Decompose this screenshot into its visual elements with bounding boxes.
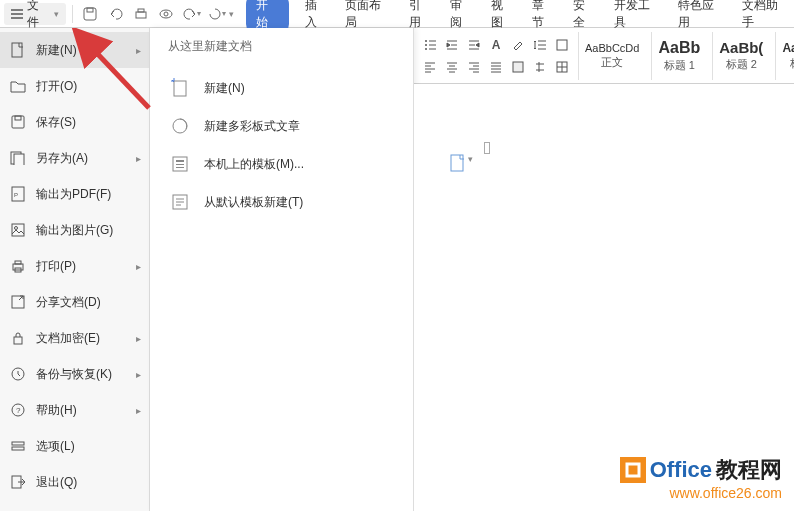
align-right-icon[interactable] xyxy=(464,57,484,77)
submenu-new-color[interactable]: 新建多彩板式文章 xyxy=(164,107,399,145)
svg-point-4 xyxy=(160,10,172,18)
style-h3[interactable]: AaBbCc 标题 3 xyxy=(775,32,794,80)
new-submenu-panel: 从这里新建文档 新建(N) 新建多彩板式文章 本机上的模板(M)... 从默认模… xyxy=(150,28,414,511)
separator xyxy=(72,5,73,23)
pdf-icon: P xyxy=(10,186,26,202)
svg-rect-39 xyxy=(451,155,463,171)
style-label: 标题 3 xyxy=(790,56,794,71)
watermark-title-black: 教程网 xyxy=(716,455,782,485)
print-icon[interactable] xyxy=(129,3,152,25)
menu-encrypt[interactable]: 文档加密(E) ▸ xyxy=(0,320,149,356)
logo-icon xyxy=(620,457,646,483)
menu-save-as[interactable]: 另存为(A) ▸ xyxy=(0,140,149,176)
svg-rect-2 xyxy=(136,12,146,18)
svg-text:?: ? xyxy=(16,406,21,415)
color-doc-icon xyxy=(170,116,190,136)
submenu-label: 本机上的模板(M)... xyxy=(204,156,304,173)
svg-rect-0 xyxy=(84,8,96,20)
line-spacing-icon[interactable] xyxy=(530,35,550,55)
svg-rect-36 xyxy=(176,164,184,165)
submenu-label: 新建多彩板式文章 xyxy=(204,118,300,135)
svg-rect-1 xyxy=(87,8,93,12)
svg-rect-24 xyxy=(12,296,24,308)
menu-options[interactable]: 选项(L) xyxy=(0,428,149,464)
top-toolbar: 文件 ▾ ▾ ▾ ▾ 开始 插入 页面布局 引用 审阅 视图 章节 安全 开发工… xyxy=(0,0,794,28)
menu-backup[interactable]: 备份与恢复(K) ▸ xyxy=(0,356,149,392)
menu-label: 文档加密(E) xyxy=(36,330,100,347)
svg-rect-37 xyxy=(176,167,184,168)
submenu-label: 从默认模板新建(T) xyxy=(204,194,303,211)
watermark-title-blue: Office xyxy=(650,457,712,483)
file-menu-panel: 新建(N) ▸ 打开(O) 保存(S) 另存为(A) ▸ P 输出为PDF(F)… xyxy=(0,28,150,511)
menu-save[interactable]: 保存(S) xyxy=(0,104,149,140)
menu-label: 保存(S) xyxy=(36,114,76,131)
style-h1[interactable]: AaBb 标题 1 xyxy=(651,32,706,80)
backup-icon xyxy=(10,366,26,382)
print-icon xyxy=(10,258,26,274)
submenu-default-template[interactable]: 从默认模板新建(T) xyxy=(164,183,399,221)
svg-rect-35 xyxy=(176,160,184,162)
style-preview: AaBb xyxy=(658,39,700,57)
svg-text:P: P xyxy=(14,192,18,198)
borders-icon[interactable] xyxy=(552,57,572,77)
style-preview: AaBbCcDd xyxy=(585,42,639,54)
menu-label: 打印(P) xyxy=(36,258,76,275)
svg-rect-14 xyxy=(15,116,21,120)
submenu-templates[interactable]: 本机上的模板(M)... xyxy=(164,145,399,183)
align-justify-icon[interactable] xyxy=(486,57,506,77)
undo-icon[interactable] xyxy=(104,3,127,25)
bullets-icon[interactable] xyxy=(420,35,440,55)
menu-new[interactable]: 新建(N) ▸ xyxy=(0,32,149,68)
more-icon[interactable]: ▾ xyxy=(205,3,228,25)
distribute-icon[interactable] xyxy=(508,57,528,77)
style-h2[interactable]: AaBb( 标题 2 xyxy=(712,32,769,80)
style-label: 标题 2 xyxy=(726,57,757,72)
menu-label: 输出为PDF(F) xyxy=(36,186,111,203)
menu-open[interactable]: 打开(O) xyxy=(0,68,149,104)
chevron-right-icon: ▸ xyxy=(136,333,141,344)
chevron-right-icon: ▸ xyxy=(136,261,141,272)
chevron-down-icon[interactable]: ▾ xyxy=(468,154,473,164)
redo-icon[interactable]: ▾ xyxy=(180,3,203,25)
menu-label: 另存为(A) xyxy=(36,150,88,167)
indent-right-icon[interactable] xyxy=(464,35,484,55)
svg-rect-25 xyxy=(14,337,22,344)
svg-rect-12 xyxy=(12,43,22,57)
menu-export-pdf[interactable]: P 输出为PDF(F) xyxy=(0,176,149,212)
line-spacing2-icon[interactable] xyxy=(530,57,550,77)
preview-icon[interactable] xyxy=(155,3,178,25)
align-left-icon[interactable] xyxy=(420,57,440,77)
align-center-icon[interactable] xyxy=(442,57,462,77)
watermark-url: www.office26.com xyxy=(620,485,782,501)
dropdown-icon[interactable]: ▾ xyxy=(229,9,234,19)
chevron-right-icon: ▸ xyxy=(136,45,141,56)
menu-label: 打开(O) xyxy=(36,78,77,95)
submenu-new[interactable]: 新建(N) xyxy=(164,69,399,107)
svg-rect-13 xyxy=(12,116,24,128)
submenu-title: 从这里新建文档 xyxy=(168,38,399,55)
indent-left-icon[interactable] xyxy=(442,35,462,55)
menu-label: 新建(N) xyxy=(36,42,77,59)
file-label: 文件 xyxy=(27,0,50,31)
style-body[interactable]: AaBbCcDd 正文 xyxy=(578,32,645,80)
file-menu-button[interactable]: 文件 ▾ xyxy=(4,3,66,25)
menu-export-img[interactable]: 输出为图片(G) xyxy=(0,212,149,248)
watermark: Office教程网 www.office26.com xyxy=(620,455,782,501)
save-icon[interactable] xyxy=(79,3,102,25)
chevron-right-icon: ▸ xyxy=(136,369,141,380)
svg-point-7 xyxy=(425,44,427,46)
text-color-icon[interactable]: A xyxy=(486,35,506,55)
menu-help[interactable]: ? 帮助(H) ▸ xyxy=(0,392,149,428)
default-template-icon xyxy=(170,192,190,212)
menu-share[interactable]: 分享文档(D) xyxy=(0,284,149,320)
menu-print[interactable]: 打印(P) ▸ xyxy=(0,248,149,284)
page-icon xyxy=(450,154,466,172)
new-doc-icon xyxy=(10,42,26,58)
highlight-icon[interactable] xyxy=(508,35,528,55)
svg-rect-32 xyxy=(174,81,186,96)
menu-exit[interactable]: 退出(Q) xyxy=(0,464,149,500)
shading-icon[interactable] xyxy=(552,35,572,55)
submenu-label: 新建(N) xyxy=(204,80,245,97)
save-icon xyxy=(10,114,26,130)
menu-label: 帮助(H) xyxy=(36,402,77,419)
